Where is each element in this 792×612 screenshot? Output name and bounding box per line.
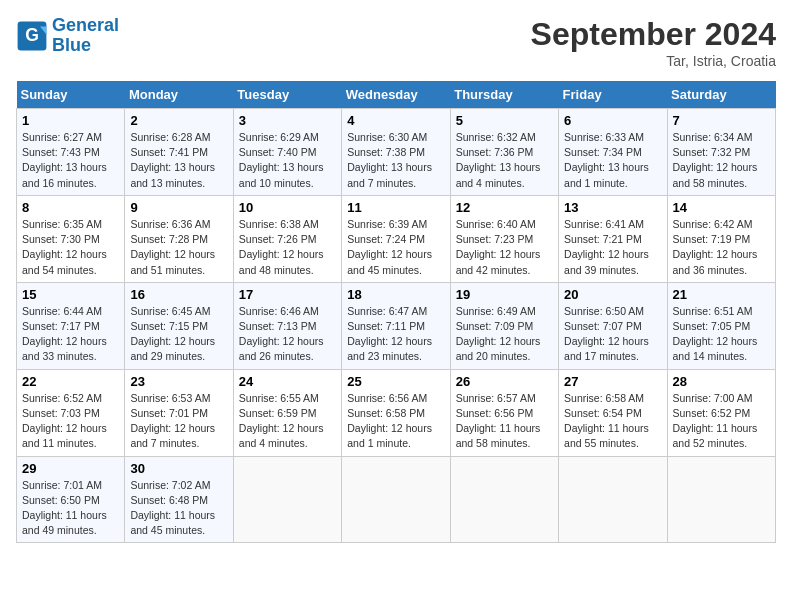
calendar-cell [342,456,450,543]
col-header-sunday: Sunday [17,81,125,109]
day-info: Sunrise: 6:51 AMSunset: 7:05 PMDaylight:… [673,304,770,365]
day-number: 18 [347,287,444,302]
calendar-cell [667,456,775,543]
logo-text: General Blue [52,16,119,56]
day-number: 10 [239,200,336,215]
col-header-wednesday: Wednesday [342,81,450,109]
day-number: 5 [456,113,553,128]
day-number: 20 [564,287,661,302]
calendar-cell: 12 Sunrise: 6:40 AMSunset: 7:23 PMDaylig… [450,195,558,282]
calendar-cell: 7 Sunrise: 6:34 AMSunset: 7:32 PMDayligh… [667,109,775,196]
day-info: Sunrise: 6:52 AMSunset: 7:03 PMDaylight:… [22,391,119,452]
day-info: Sunrise: 6:39 AMSunset: 7:24 PMDaylight:… [347,217,444,278]
day-info: Sunrise: 6:42 AMSunset: 7:19 PMDaylight:… [673,217,770,278]
day-number: 21 [673,287,770,302]
calendar-cell [559,456,667,543]
day-info: Sunrise: 6:41 AMSunset: 7:21 PMDaylight:… [564,217,661,278]
day-number: 27 [564,374,661,389]
col-header-thursday: Thursday [450,81,558,109]
day-info: Sunrise: 6:49 AMSunset: 7:09 PMDaylight:… [456,304,553,365]
calendar-cell: 11 Sunrise: 6:39 AMSunset: 7:24 PMDaylig… [342,195,450,282]
day-number: 25 [347,374,444,389]
col-header-monday: Monday [125,81,233,109]
day-number: 8 [22,200,119,215]
calendar-cell [233,456,341,543]
logo-icon: G [16,20,48,52]
calendar-cell: 27 Sunrise: 6:58 AMSunset: 6:54 PMDaylig… [559,369,667,456]
col-header-saturday: Saturday [667,81,775,109]
calendar-cell: 9 Sunrise: 6:36 AMSunset: 7:28 PMDayligh… [125,195,233,282]
day-number: 14 [673,200,770,215]
day-info: Sunrise: 6:53 AMSunset: 7:01 PMDaylight:… [130,391,227,452]
header-row: SundayMondayTuesdayWednesdayThursdayFrid… [17,81,776,109]
day-number: 11 [347,200,444,215]
calendar-cell [450,456,558,543]
day-info: Sunrise: 6:57 AMSunset: 6:56 PMDaylight:… [456,391,553,452]
calendar-cell: 23 Sunrise: 6:53 AMSunset: 7:01 PMDaylig… [125,369,233,456]
day-info: Sunrise: 6:56 AMSunset: 6:58 PMDaylight:… [347,391,444,452]
day-info: Sunrise: 6:58 AMSunset: 6:54 PMDaylight:… [564,391,661,452]
day-number: 13 [564,200,661,215]
day-info: Sunrise: 7:02 AMSunset: 6:48 PMDaylight:… [130,478,227,539]
day-info: Sunrise: 6:33 AMSunset: 7:34 PMDaylight:… [564,130,661,191]
svg-text:G: G [25,25,39,45]
day-number: 6 [564,113,661,128]
day-number: 16 [130,287,227,302]
day-number: 2 [130,113,227,128]
calendar-cell: 15 Sunrise: 6:44 AMSunset: 7:17 PMDaylig… [17,282,125,369]
week-row-2: 8 Sunrise: 6:35 AMSunset: 7:30 PMDayligh… [17,195,776,282]
day-number: 3 [239,113,336,128]
calendar-cell: 25 Sunrise: 6:56 AMSunset: 6:58 PMDaylig… [342,369,450,456]
calendar-cell: 17 Sunrise: 6:46 AMSunset: 7:13 PMDaylig… [233,282,341,369]
day-info: Sunrise: 6:45 AMSunset: 7:15 PMDaylight:… [130,304,227,365]
day-number: 15 [22,287,119,302]
week-row-4: 22 Sunrise: 6:52 AMSunset: 7:03 PMDaylig… [17,369,776,456]
day-number: 7 [673,113,770,128]
calendar-cell: 24 Sunrise: 6:55 AMSunset: 6:59 PMDaylig… [233,369,341,456]
calendar-table: SundayMondayTuesdayWednesdayThursdayFrid… [16,81,776,543]
month-title: September 2024 [531,16,776,53]
day-info: Sunrise: 6:46 AMSunset: 7:13 PMDaylight:… [239,304,336,365]
calendar-cell: 16 Sunrise: 6:45 AMSunset: 7:15 PMDaylig… [125,282,233,369]
calendar-cell: 2 Sunrise: 6:28 AMSunset: 7:41 PMDayligh… [125,109,233,196]
calendar-cell: 21 Sunrise: 6:51 AMSunset: 7:05 PMDaylig… [667,282,775,369]
day-number: 30 [130,461,227,476]
calendar-cell: 13 Sunrise: 6:41 AMSunset: 7:21 PMDaylig… [559,195,667,282]
day-number: 29 [22,461,119,476]
day-info: Sunrise: 6:34 AMSunset: 7:32 PMDaylight:… [673,130,770,191]
week-row-5: 29 Sunrise: 7:01 AMSunset: 6:50 PMDaylig… [17,456,776,543]
logo: G General Blue [16,16,119,56]
calendar-cell: 29 Sunrise: 7:01 AMSunset: 6:50 PMDaylig… [17,456,125,543]
day-info: Sunrise: 7:01 AMSunset: 6:50 PMDaylight:… [22,478,119,539]
calendar-cell: 19 Sunrise: 6:49 AMSunset: 7:09 PMDaylig… [450,282,558,369]
day-info: Sunrise: 6:36 AMSunset: 7:28 PMDaylight:… [130,217,227,278]
day-number: 26 [456,374,553,389]
day-number: 24 [239,374,336,389]
calendar-cell: 1 Sunrise: 6:27 AMSunset: 7:43 PMDayligh… [17,109,125,196]
day-info: Sunrise: 6:30 AMSunset: 7:38 PMDaylight:… [347,130,444,191]
day-number: 12 [456,200,553,215]
day-number: 4 [347,113,444,128]
calendar-cell: 14 Sunrise: 6:42 AMSunset: 7:19 PMDaylig… [667,195,775,282]
day-info: Sunrise: 6:44 AMSunset: 7:17 PMDaylight:… [22,304,119,365]
calendar-cell: 6 Sunrise: 6:33 AMSunset: 7:34 PMDayligh… [559,109,667,196]
calendar-cell: 8 Sunrise: 6:35 AMSunset: 7:30 PMDayligh… [17,195,125,282]
calendar-cell: 28 Sunrise: 7:00 AMSunset: 6:52 PMDaylig… [667,369,775,456]
location-title: Tar, Istria, Croatia [531,53,776,69]
calendar-cell: 4 Sunrise: 6:30 AMSunset: 7:38 PMDayligh… [342,109,450,196]
calendar-cell: 22 Sunrise: 6:52 AMSunset: 7:03 PMDaylig… [17,369,125,456]
page-header: G General Blue September 2024 Tar, Istri… [16,16,776,69]
day-number: 1 [22,113,119,128]
calendar-cell: 3 Sunrise: 6:29 AMSunset: 7:40 PMDayligh… [233,109,341,196]
col-header-tuesday: Tuesday [233,81,341,109]
day-info: Sunrise: 6:29 AMSunset: 7:40 PMDaylight:… [239,130,336,191]
day-info: Sunrise: 6:55 AMSunset: 6:59 PMDaylight:… [239,391,336,452]
day-info: Sunrise: 6:32 AMSunset: 7:36 PMDaylight:… [456,130,553,191]
week-row-3: 15 Sunrise: 6:44 AMSunset: 7:17 PMDaylig… [17,282,776,369]
day-info: Sunrise: 6:38 AMSunset: 7:26 PMDaylight:… [239,217,336,278]
day-info: Sunrise: 6:28 AMSunset: 7:41 PMDaylight:… [130,130,227,191]
calendar-cell: 20 Sunrise: 6:50 AMSunset: 7:07 PMDaylig… [559,282,667,369]
calendar-cell: 30 Sunrise: 7:02 AMSunset: 6:48 PMDaylig… [125,456,233,543]
day-number: 9 [130,200,227,215]
day-number: 19 [456,287,553,302]
